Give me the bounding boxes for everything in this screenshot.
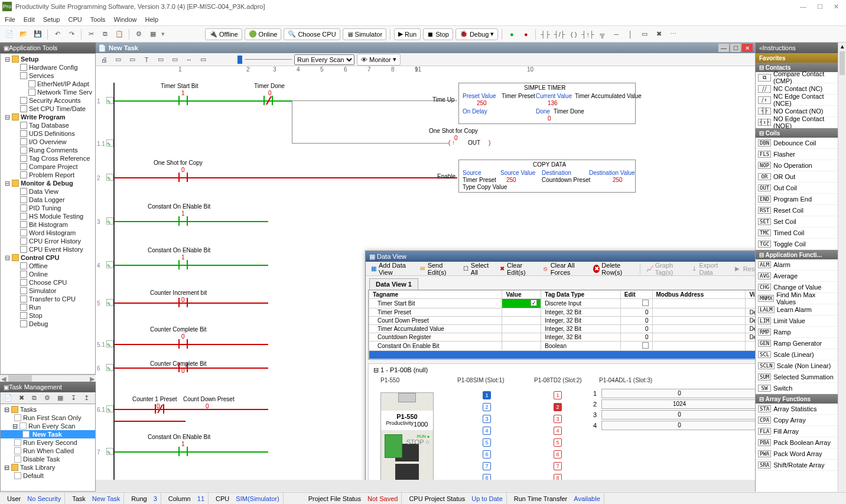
tree-item[interactable]: PID Tuning — [1, 204, 95, 212]
slot2-led-7[interactable]: 7 — [554, 462, 562, 470]
dv-row[interactable]: Count Down PresetInteger, 32 Bit0Decimal — [369, 317, 756, 325]
tree-item[interactable]: Data Logger — [1, 196, 95, 204]
cut-icon[interactable]: ✂ — [85, 28, 97, 40]
tree-item[interactable]: Offline — [1, 262, 95, 270]
contact-nc-icon[interactable]: ┤/├ — [554, 28, 565, 40]
slot1-led-4[interactable]: 4 — [483, 427, 491, 435]
options-icon[interactable]: ⚙ — [133, 28, 145, 40]
tree-item[interactable]: Debug — [1, 320, 95, 328]
task-copy-icon[interactable]: ⧉ — [28, 392, 40, 404]
slot2-led-8[interactable]: 8 — [554, 474, 562, 480]
add-data-view-button[interactable]: ▦Add Data View — [368, 261, 415, 277]
rung-edit-button[interactable]: ✎ — [106, 174, 113, 181]
instruction-item[interactable]: SRAShift/Rotate Array — [756, 460, 838, 471]
tree-item[interactable]: HS Module Testing — [1, 212, 95, 220]
instruction-item[interactable]: SETSet Coil — [756, 216, 838, 227]
rung-edit-button[interactable]: ✎ — [106, 217, 113, 225]
tree-item[interactable]: CPU Error History — [1, 237, 95, 245]
et-text-icon[interactable]: T — [141, 54, 152, 66]
export-data-button[interactable]: ⤓Export Data — [689, 261, 728, 277]
task-import-icon[interactable]: ↧ — [67, 392, 79, 404]
instructions-panel[interactable]: « Instructions Favorites⊟ Contacts⧉Compa… — [755, 43, 838, 492]
slot2-led-2[interactable]: 2 — [554, 403, 562, 411]
slot3-analog[interactable]: 100▴▾210241,024▴▾300▴▾400▴▾ — [593, 388, 755, 431]
grid-icon[interactable]: ▦ — [147, 28, 159, 40]
right-scrollbar[interactable]: ▴ — [838, 43, 846, 492]
slot1-leds[interactable]: 1 2 3 4 5 6 7 8 — [475, 388, 499, 480]
tree-item[interactable]: Data View — [1, 187, 95, 196]
tree-item[interactable]: Simulator — [1, 287, 95, 295]
save-icon[interactable]: 💾 — [32, 28, 44, 40]
tree-item[interactable]: Set CPU Time/Date — [1, 105, 95, 113]
tree-item[interactable]: Run — [1, 303, 95, 311]
instruction-item[interactable]: NOPNo Operation — [756, 160, 838, 171]
instruction-item[interactable]: LALMLearn Alarm — [756, 304, 838, 316]
instruction-item[interactable]: MNMXFind Min Max Values — [756, 293, 838, 304]
tree-item[interactable]: UDS Definitions — [1, 129, 95, 138]
et-arrows-icon[interactable]: ↔ — [183, 54, 195, 66]
instruction-item[interactable]: OUTOut Coil — [756, 183, 838, 194]
instruction-item[interactable]: PBAPack Boolean Array — [756, 437, 838, 448]
instruction-item[interactable]: ENDProgram End — [756, 194, 838, 205]
tree-item[interactable]: Services — [1, 71, 95, 80]
instruction-item[interactable]: AVGAverage — [756, 271, 838, 282]
ladder-canvas[interactable]: 1234567891011 1✎1.1✎2✎3✎4✎5✎5.1✎6✎6.1✎7✎… — [96, 66, 755, 480]
choose-cpu-button[interactable]: 🔍 Choose CPU — [284, 28, 340, 40]
instruction-item[interactable]: ALMAlarm — [756, 259, 838, 271]
instruction-item[interactable]: LIMLimit Value — [756, 316, 838, 327]
tree-item[interactable]: Transfer to CPU — [1, 295, 95, 303]
data-view-tab[interactable]: Data View 1 — [369, 278, 418, 290]
dv-row[interactable]: Timer Accumulated ValueInteger, 32 Bit0D… — [369, 325, 756, 333]
redo-icon[interactable]: ↷ — [66, 28, 77, 40]
tree-item[interactable]: Rung Comments — [1, 146, 95, 154]
rung-edit-button[interactable]: ✎ — [106, 261, 113, 268]
coil-icon[interactable]: ( ) — [568, 28, 580, 40]
instr-category-header[interactable]: ⊟ Coils — [756, 128, 838, 138]
offline-button[interactable]: 🔌 Offline — [205, 28, 242, 40]
rung-edit-button[interactable]: ✎ — [106, 139, 113, 147]
line-icon[interactable]: ─ — [610, 28, 622, 40]
tree-item[interactable]: Tag Database — [1, 121, 95, 129]
tree-item[interactable]: Problem Report — [1, 171, 95, 179]
tree-item[interactable]: Bit Histogram — [1, 220, 95, 229]
paste-icon[interactable]: 📋 — [113, 28, 125, 40]
tree-item[interactable]: Hardware Config — [1, 63, 95, 71]
task-tree[interactable]: ⊟ Tasks Run First Scan Only⊟ Run Every S… — [0, 404, 96, 492]
tree-item[interactable]: Stop — [1, 311, 95, 320]
slot2-led-1[interactable]: 1 — [554, 391, 562, 399]
tree-item[interactable]: Tag Cross Reference — [1, 154, 95, 162]
analog-channel[interactable]: 400▴▾ — [593, 421, 755, 430]
undo-icon[interactable]: ↶ — [51, 28, 63, 40]
minimize-button[interactable]: — — [800, 3, 806, 11]
task-item[interactable]: Run Every Second — [1, 438, 95, 447]
clear-edits-button[interactable]: ✖Clear Edit(s) — [496, 261, 538, 277]
dv-col-header[interactable]: Value — [502, 291, 541, 299]
tree-item[interactable]: ⊟ Setup — [1, 55, 95, 63]
menu-help[interactable]: Help — [145, 16, 159, 23]
send-edits-button[interactable]: ✉Send Edit(s) — [417, 261, 458, 277]
et-b1-icon[interactable]: ▭ — [112, 54, 124, 66]
slot2-led-3[interactable]: 3 — [554, 415, 562, 423]
analog-channel[interactable]: 100▴▾ — [593, 389, 755, 398]
dv-col-header[interactable]: Modbus Address — [652, 291, 746, 299]
instruction-item[interactable]: CPACopy Array — [756, 415, 838, 426]
et-b4-icon[interactable]: ▭ — [197, 54, 209, 66]
dv-row[interactable]: Timer Start BitDiscrete Input — [369, 299, 756, 308]
tree-item[interactable]: Compare Project — [1, 162, 95, 171]
graph-tags-button[interactable]: 📈Graph Tag(s) — [644, 261, 686, 277]
slot1-led-6[interactable]: 6 — [483, 450, 491, 459]
et-b2-icon[interactable]: ▭ — [126, 54, 138, 66]
instruction-item[interactable]: SWSwitch — [756, 383, 838, 394]
editor-max-button[interactable]: ☐ — [730, 44, 741, 52]
et-b3-icon[interactable]: ▭ — [169, 54, 181, 66]
task-item[interactable]: New Task — [1, 430, 95, 438]
instruction-item[interactable]: ⧉Compare Contact (CMP) — [756, 72, 838, 83]
dv-col-header[interactable]: View As — [746, 291, 755, 299]
menu-edit[interactable]: Edit — [24, 16, 35, 23]
tree-item[interactable]: Security Accounts — [1, 96, 95, 105]
monitor-button[interactable]: 👁 Monitor ▾ — [357, 54, 401, 66]
instr-category-header[interactable]: ⊟ Application Functi... — [756, 250, 838, 259]
menu-window[interactable]: Window — [113, 16, 136, 23]
instruction-item[interactable]: RMPRamp — [756, 327, 838, 338]
task-del-icon[interactable]: ✖ — [15, 392, 27, 404]
